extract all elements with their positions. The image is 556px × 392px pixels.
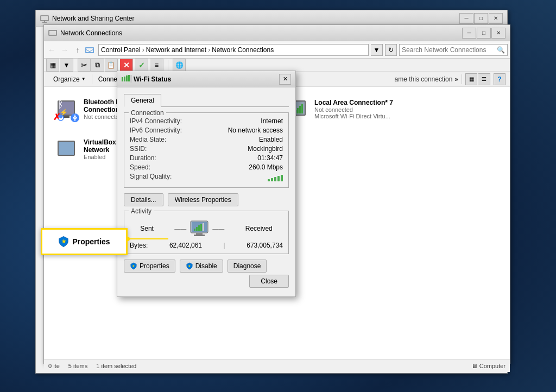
duration-value: 01:34:47 (257, 154, 283, 162)
more-options-btn[interactable]: » (454, 75, 458, 83)
view-dropdown-btn[interactable]: ▼ (60, 59, 73, 72)
search-input[interactable] (400, 46, 495, 54)
status-right: 🖥 Computer (471, 363, 506, 369)
main-minimize-btn[interactable]: ─ (459, 13, 473, 24)
rename-label: ame this connection (395, 75, 453, 83)
small-view-btn[interactable]: ▦ (465, 73, 477, 85)
path-network-internet: Network and Internet (146, 46, 206, 54)
address-path[interactable]: Control Panel › Network and Internet › N… (98, 44, 369, 56)
dialog-title-text: Wi-Fi Status (134, 75, 279, 83)
forward-btn[interactable]: → (59, 44, 70, 56)
svg-rect-0 (41, 16, 48, 21)
bluetooth-icon: ⚡ ✗ (53, 96, 79, 122)
more-btn[interactable]: ≡ (150, 59, 163, 72)
toolbar-sep (168, 60, 168, 71)
path-network-connections: Network Connections (212, 46, 274, 54)
signal-label: Signal Quality: (130, 173, 172, 181)
organize-btn[interactable]: Organize ▼ (48, 73, 91, 85)
local-area-item[interactable]: ✗ Local Area Connection* 7 Not connected… (279, 91, 506, 127)
ipv4-value: Internet (261, 117, 283, 125)
local-area-info: Local Area Connection* 7 Not connected M… (314, 99, 501, 119)
svg-rect-28 (194, 229, 195, 231)
dialog-title-bar: Wi-Fi Status ✕ (117, 71, 295, 87)
cut-btn[interactable]: ✂ (78, 59, 91, 72)
bar4 (277, 176, 280, 181)
main-close-btn[interactable]: ✕ (489, 13, 503, 24)
callout-label: Properties (72, 237, 110, 246)
wifi-status-dialog: Wi-Fi Status ✕ General Connection IPv4 C… (117, 71, 296, 297)
svg-rect-23 (130, 75, 132, 83)
sent-bytes: 62,402,061 (169, 242, 202, 249)
sec-minimize-btn[interactable]: ─ (462, 28, 476, 39)
properties-btn[interactable]: ★ Properties (124, 260, 175, 273)
copy-btn[interactable]: ⧉ (91, 59, 104, 72)
bottom-btn-row: ★ Properties ★ Disable Diagnose (124, 260, 289, 273)
sec-maximize-btn[interactable]: □ (477, 28, 491, 39)
speed-value: 260.0 Mbps (249, 163, 283, 171)
ipv6-label: IPv6 Connectivity: (130, 127, 182, 134)
ipv4-label: IPv4 Connectivity: (130, 117, 182, 125)
back-btn[interactable]: ← (46, 44, 57, 56)
bluetooth-badge (71, 113, 79, 122)
up-btn[interactable]: ↑ (72, 44, 83, 56)
dialog-close-btn[interactable]: ✕ (279, 74, 291, 85)
bar2 (271, 178, 273, 181)
refresh-btn[interactable]: ↻ (385, 44, 397, 56)
address-dropdown-btn[interactable]: ▼ (371, 44, 383, 56)
svg-text:★: ★ (132, 264, 135, 268)
sent-label: Sent (140, 225, 154, 232)
signal-bars (268, 173, 283, 181)
delete-btn[interactable]: ✕ (120, 59, 133, 72)
activity-arrows: —— (174, 220, 224, 237)
duration-label: Duration: (130, 154, 156, 162)
main-maximize-btn[interactable]: □ (474, 13, 488, 24)
globe-btn[interactable]: 🌐 (173, 59, 186, 72)
activity-box: Activity Sent —— (124, 211, 289, 254)
disable-action-btn[interactable]: ★ Disable (180, 260, 223, 273)
sec-title-bar: Network Connections ─ □ ✕ (44, 25, 510, 41)
svg-rect-27 (194, 235, 205, 236)
bar3 (274, 177, 276, 181)
disable-shield-icon: ★ (186, 262, 193, 270)
sec-window-icon (48, 29, 57, 37)
local-area-name: Local Area Connection* 7 (314, 99, 501, 106)
bar5 (281, 175, 283, 181)
svg-rect-30 (198, 225, 200, 231)
connection-section-title: Connection (129, 109, 166, 117)
svg-rect-3 (49, 30, 56, 35)
duration-row: Duration: 01:34:47 (130, 154, 283, 162)
connection-section: Connection IPv4 Connectivity: Internet I… (124, 112, 289, 188)
svg-rect-14 (297, 108, 299, 113)
main-window-controls: ─ □ ✕ (459, 13, 503, 24)
media-label: Media State: (130, 136, 166, 143)
details-btn[interactable]: Details... (124, 193, 163, 206)
sec-close-btn[interactable]: ✕ (491, 28, 506, 39)
ok-btn[interactable]: ✓ (135, 59, 148, 72)
address-bar: ← → ↑ Control Panel › Network and Intern… (44, 41, 510, 59)
ipv6-row: IPv6 Connectivity: No network access (130, 127, 283, 134)
bluetooth-status-x: ✗ (53, 112, 60, 122)
svg-rect-22 (128, 75, 130, 81)
wifi-status-icon (122, 75, 130, 84)
bytes-label: Bytes: (130, 242, 148, 249)
bytes-row: Bytes: 62,402,061 | 673,005,734 (130, 242, 283, 249)
general-tab[interactable]: General (124, 94, 161, 107)
menu-bar: ▦ ▼ ✂ ⧉ 📋 ✕ ✓ ≡ 🌐 (44, 59, 510, 72)
ssid-label: SSID: (130, 145, 147, 153)
view-toggle-btn[interactable]: ▦ (46, 59, 59, 72)
close-dialog-btn[interactable]: Close (249, 275, 289, 288)
diagnose-btn[interactable]: Diagnose (228, 260, 267, 273)
wireless-props-btn[interactable]: Wireless Properties (168, 193, 238, 206)
help-btn[interactable]: ? (494, 73, 506, 85)
ssid-row: SSID: Mockingbird (130, 145, 283, 153)
status-total: 5 items (68, 363, 87, 369)
svg-rect-21 (126, 75, 128, 81)
local-area-status: Not connected (314, 106, 501, 113)
computer-icon-small: 🖥 (471, 363, 477, 369)
main-window-title: Network and Sharing Center (52, 15, 459, 22)
ssid-value: Mockingbird (248, 145, 283, 153)
status-bar: 0 ite 5 items 1 item selected 🖥 Computer (44, 359, 510, 372)
paste-btn[interactable]: 📋 (105, 59, 118, 72)
dialog-tab-bar: General (124, 94, 289, 107)
large-view-btn[interactable]: ☰ (478, 73, 490, 85)
